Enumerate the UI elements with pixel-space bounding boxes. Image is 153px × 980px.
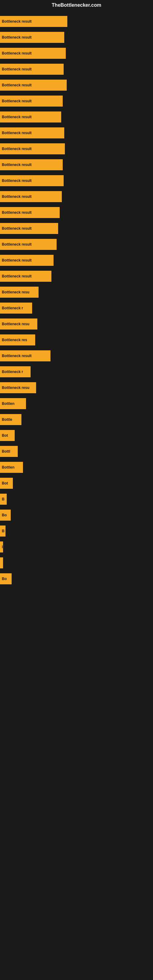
bar-row: Bottlen <box>0 396 153 412</box>
bar-label: Bottleneck result <box>2 210 32 215</box>
bar-label: B <box>2 497 5 501</box>
bottleneck-bar: Bottlen <box>0 398 26 409</box>
bottleneck-bar: Bottleneck result <box>0 350 51 361</box>
bar-label: Bottleneck result <box>2 99 32 103</box>
bottleneck-bar <box>0 557 3 568</box>
bar-row: Bo <box>0 507 153 523</box>
bottleneck-bar: Bottleneck result <box>0 127 64 138</box>
bar-label: Bottleneck result <box>2 258 32 262</box>
bar-label: Bottleneck result <box>2 162 32 167</box>
bar-row: Bot <box>0 475 153 491</box>
bottleneck-bar: Bottleneck result <box>0 64 64 75</box>
bottleneck-bar: Bottleneck resu <box>0 286 38 298</box>
bar-row: Bot <box>0 428 153 444</box>
bottleneck-bar: Bottleneck r <box>0 302 32 313</box>
bottleneck-bar: Bottleneck resu <box>0 318 37 329</box>
bottleneck-bar: Bottleneck result <box>0 111 61 123</box>
bar-row: B <box>0 523 153 539</box>
bar-label: Bottleneck result <box>2 147 32 151</box>
bar-label: Bot <box>2 433 8 438</box>
bottleneck-bar: Bottl <box>0 446 18 457</box>
bottleneck-bar: Bottleneck result <box>0 207 60 218</box>
bottleneck-bar: Bottleneck result <box>0 95 63 107</box>
bar-label: Bottleneck result <box>2 178 32 183</box>
bar-label: Bottleneck r <box>2 306 23 310</box>
bar-row: Bottleneck result <box>0 268 153 284</box>
bottleneck-bar: Bottleneck result <box>0 271 51 282</box>
bar-row: I <box>0 539 153 555</box>
bar-label: B <box>2 529 5 533</box>
bar-label: Bottleneck result <box>2 35 32 40</box>
bottleneck-bar: Bottleneck result <box>0 80 67 91</box>
bar-label: Bottlen <box>2 465 14 469</box>
bar-row: Bottleneck result <box>0 173 153 189</box>
bottleneck-bar: Bottleneck result <box>0 159 63 170</box>
bar-row: Bottleneck result <box>0 29 153 45</box>
bottleneck-bar: I <box>0 541 3 552</box>
bar-label: Bot <box>2 481 8 485</box>
site-title: TheBottlenecker.com <box>0 0 153 10</box>
bar-row: Bottleneck result <box>0 77 153 93</box>
bar-label: Bottleneck r <box>2 370 23 374</box>
bar-label: Bottl <box>2 449 10 453</box>
bar-row: Bottleneck result <box>0 125 153 141</box>
bar-label: Bottleneck result <box>2 67 32 72</box>
bar-row: Bottle <box>0 412 153 428</box>
bar-row: Bottleneck result <box>0 109 153 125</box>
bottleneck-bar: Bottleneck result <box>0 32 64 43</box>
bar-row: Bottleneck res <box>0 332 153 348</box>
bar-row <box>0 555 153 571</box>
bottleneck-bar: Bottlen <box>0 462 23 473</box>
bar-row: Bottleneck r <box>0 364 153 380</box>
bar-label: Bo <box>2 513 7 517</box>
bar-row: Bottleneck result <box>0 348 153 364</box>
bar-label: Bottleneck result <box>2 226 32 231</box>
bar-label: Bottleneck result <box>2 131 32 135</box>
bar-label: Bottleneck res <box>2 338 27 342</box>
bottleneck-bar: Bottleneck result <box>0 175 64 186</box>
bottleneck-bar: Bottleneck result <box>0 143 65 154</box>
bottleneck-bar: Bottleneck result <box>0 48 66 59</box>
bar-label: Bottleneck result <box>2 51 32 56</box>
bottleneck-bar: Bottleneck result <box>0 255 54 266</box>
bar-label: Bottleneck result <box>2 115 32 119</box>
bar-row: Bottleneck result <box>0 61 153 77</box>
bar-label: Bottleneck result <box>2 194 32 199</box>
bar-row: Bottlen <box>0 460 153 475</box>
bar-row: Bottleneck resu <box>0 380 153 396</box>
bar-label: Bottlen <box>2 401 14 406</box>
bar-label: Bottleneck result <box>2 274 32 278</box>
bottleneck-bar: Bottleneck r <box>0 366 30 377</box>
bar-row: Bottleneck result <box>0 236 153 252</box>
bar-row: Bo <box>0 571 153 587</box>
bottleneck-bar: Bottleneck result <box>0 191 62 202</box>
bar-label: Bottleneck result <box>2 242 32 247</box>
bar-label: Bottle <box>2 417 12 422</box>
bar-label: Bottleneck resu <box>2 322 29 326</box>
bar-row: Bottleneck result <box>0 205 153 221</box>
bar-row: Bottleneck result <box>0 13 153 29</box>
bar-row: Bottleneck result <box>0 93 153 109</box>
bottleneck-bar: Bottleneck result <box>0 16 67 27</box>
bar-row: Bottleneck resu <box>0 284 153 300</box>
bottleneck-bar: Bo <box>0 510 11 520</box>
bar-row: Bottleneck result <box>0 221 153 236</box>
bar-row: Bottleneck result <box>0 157 153 173</box>
bar-row: Bottl <box>0 444 153 460</box>
bottleneck-bar: Bo <box>0 573 12 584</box>
bottleneck-bar: Bot <box>0 478 13 489</box>
bottleneck-bar: Bot <box>0 430 15 441</box>
bottleneck-bar: B <box>0 525 5 536</box>
bar-row: Bottleneck result <box>0 141 153 157</box>
bars-container: Bottleneck resultBottleneck resultBottle… <box>0 10 153 590</box>
bar-row: Bottleneck result <box>0 189 153 205</box>
bar-label: Bottleneck result <box>2 354 32 358</box>
bottleneck-bar: B <box>0 494 7 505</box>
bar-label: Bo <box>2 577 7 581</box>
bottleneck-bar: Bottleneck result <box>0 239 57 250</box>
bottleneck-bar: Bottleneck res <box>0 334 35 345</box>
bar-label: Bottleneck result <box>2 19 32 24</box>
bar-row: B <box>0 491 153 507</box>
bottleneck-bar: Bottle <box>0 414 21 425</box>
bar-row: Bottleneck r <box>0 300 153 316</box>
